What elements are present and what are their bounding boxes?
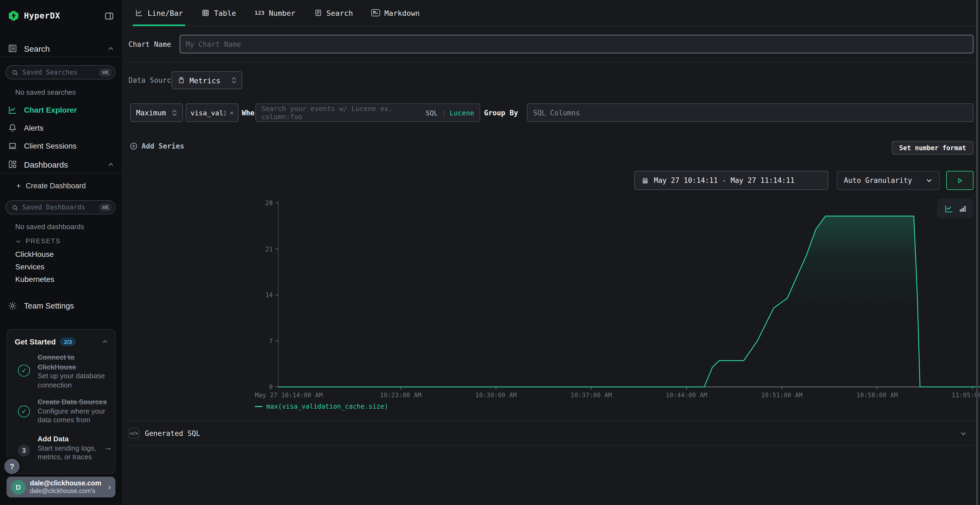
step-subtitle: Configure where your data comes from	[38, 407, 118, 425]
dashboards-icon	[8, 159, 18, 169]
x-axis-tick-label: 11:05:00 AM	[940, 391, 980, 399]
step-number-icon: 3	[18, 445, 30, 457]
collapse-panel-icon[interactable]	[104, 11, 115, 21]
code-icon: </>	[129, 428, 139, 438]
plus-circle-icon	[130, 142, 138, 150]
preset-item-kubernetes[interactable]: Kubernetes	[0, 274, 122, 284]
group-by-input[interactable]: SQL Columns	[527, 103, 974, 122]
group-by-label: Group By	[484, 109, 518, 117]
get-started-header[interactable]: Get Started 2/3	[15, 337, 108, 346]
add-series-button[interactable]: Add Series	[130, 142, 184, 150]
tab-label: Table	[214, 8, 236, 17]
generated-sql-toggle[interactable]: </> Generated SQL	[129, 421, 975, 445]
get-started-card: Get Started 2/3 ✓ Connect to ClickHouse …	[6, 329, 115, 474]
preset-item-services[interactable]: Services	[0, 261, 122, 272]
tab-table[interactable]: Table	[199, 0, 238, 25]
hyperdx-app: HyperDX Search Saved Searches ⌘K No save…	[0, 0, 980, 505]
granularity-select[interactable]: Auto Granularity	[837, 171, 940, 190]
sql-toggle[interactable]: SQL	[425, 108, 438, 117]
tab-markdown[interactable]: M↓ Markdown	[369, 0, 422, 25]
line-chart-icon	[8, 105, 18, 115]
sidebar-item-client-sessions[interactable]: Client Sessions	[0, 139, 122, 152]
tab-search[interactable]: Search	[312, 0, 355, 25]
aggregation-select[interactable]: Maximum	[130, 103, 183, 122]
sidebar-item-team-settings[interactable]: Team Settings	[0, 299, 122, 312]
plus-icon: +	[16, 181, 21, 190]
chevron-down-icon	[926, 177, 932, 184]
shortcut-badge: ⌘K	[99, 203, 111, 211]
run-query-button[interactable]	[946, 171, 974, 190]
sidebar-section-dashboards[interactable]: Dashboards	[0, 157, 122, 172]
arrow-right-icon[interactable]: →	[104, 442, 112, 452]
data-source-select[interactable]: Metrics	[172, 71, 242, 89]
user-org: dale@clickhouse.com's	[30, 487, 101, 495]
x-axis-tick-label: 10:37:00 AM	[558, 391, 624, 399]
step-check-icon: ✓	[18, 405, 30, 418]
chevron-up-icon	[102, 338, 108, 345]
add-series-label: Add Series	[142, 142, 184, 150]
help-button[interactable]: ?	[4, 459, 20, 474]
presets-toggle[interactable]: PRESETS	[0, 236, 122, 246]
saved-dashboards-input[interactable]: Saved Dashboards ⌘K	[5, 200, 115, 214]
sidebar-item-label: Chart Explorer	[24, 106, 77, 114]
get-started-step-2[interactable]: Create Data Sources Configure where your…	[38, 397, 118, 425]
user-menu[interactable]: D dale@clickhouse.com dale@clickhouse.co…	[6, 477, 115, 497]
get-started-title: Get Started	[15, 337, 56, 346]
y-axis-tick-label: 21	[251, 245, 273, 253]
tab-number[interactable]: 123 Number	[252, 0, 298, 25]
step-check-icon: ✓	[18, 365, 30, 376]
chevron-right-icon: ›	[108, 482, 111, 492]
data-source-label: Data Source	[129, 76, 175, 84]
saved-searches-placeholder: Saved Searches	[22, 68, 99, 76]
tab-line-bar[interactable]: Line/Bar	[133, 0, 185, 25]
lucene-toggle[interactable]: Lucene	[450, 108, 474, 117]
sidebar-section-search-label: Search	[24, 44, 50, 53]
chart-canvas[interactable]	[273, 197, 980, 397]
select-chevrons-icon	[172, 110, 177, 116]
group-by-placeholder: SQL Columns	[533, 108, 580, 117]
date-range-value: May 27 10:14:11 - May 27 11:14:11	[654, 176, 795, 184]
tab-label: Number	[269, 8, 295, 17]
chart-name-input[interactable]: My Chart Name	[180, 35, 974, 53]
sidebar-item-label: Client Sessions	[24, 141, 76, 150]
sidebar-item-chart-explorer[interactable]: Chart Explorer	[0, 103, 122, 116]
where-search-input[interactable]: Search your events w/ Lucene ex. column:…	[255, 103, 480, 122]
divider	[0, 57, 122, 57]
user-email: dale@clickhouse.com	[30, 479, 101, 487]
metric-field-tag[interactable]: visa_validation_cach ✕	[186, 103, 239, 122]
divider	[129, 445, 975, 446]
preset-item-clickhouse[interactable]: ClickHouse	[0, 249, 122, 260]
generated-sql-label: Generated SQL	[145, 429, 200, 437]
search-icon	[11, 69, 19, 76]
date-range-picker[interactable]: May 27 10:14:11 - May 27 11:14:11	[634, 171, 828, 190]
sidebar-section-search[interactable]: Search	[0, 41, 122, 56]
number-123-icon: 123	[255, 10, 264, 16]
divider	[0, 173, 122, 173]
get-started-step-1[interactable]: Connect to ClickHouse Set up your databa…	[38, 353, 118, 390]
query-language-toggle[interactable]: SQL | Lucene	[425, 108, 474, 117]
sidebar: HyperDX Search Saved Searches ⌘K No save…	[0, 0, 122, 505]
tab-label: Markdown	[384, 8, 420, 17]
markdown-icon: M↓	[372, 9, 380, 16]
create-dashboard-button[interactable]: + Create Dashboard	[0, 180, 122, 191]
y-axis-tick-label: 7	[251, 337, 273, 345]
divider	[129, 62, 975, 63]
chevron-up-icon	[107, 161, 115, 168]
set-number-format-button[interactable]: Set number format	[892, 141, 974, 154]
legend-line-swatch	[255, 406, 262, 407]
tab-label: Line/Bar	[148, 8, 183, 17]
document-list-icon	[314, 9, 322, 17]
close-icon[interactable]: ✕	[230, 109, 234, 116]
x-axis-tick-label: 10:23:00 AM	[368, 391, 433, 399]
y-axis-tick-label: 28	[251, 199, 273, 207]
chart-name-label: Chart Name	[129, 40, 171, 48]
calendar-icon	[641, 176, 649, 184]
sidebar-item-alerts[interactable]: Alerts	[0, 121, 122, 134]
saved-dashboards-placeholder: Saved Dashboards	[22, 203, 99, 211]
saved-searches-input[interactable]: Saved Searches ⌘K	[5, 65, 115, 79]
sidebar-item-label: Alerts	[24, 124, 43, 132]
y-axis-tick-label: 0	[251, 383, 273, 391]
scrollbar[interactable]	[976, 0, 978, 505]
metric-tag-label: visa_validation_cach	[191, 108, 226, 117]
database-icon	[178, 76, 185, 84]
